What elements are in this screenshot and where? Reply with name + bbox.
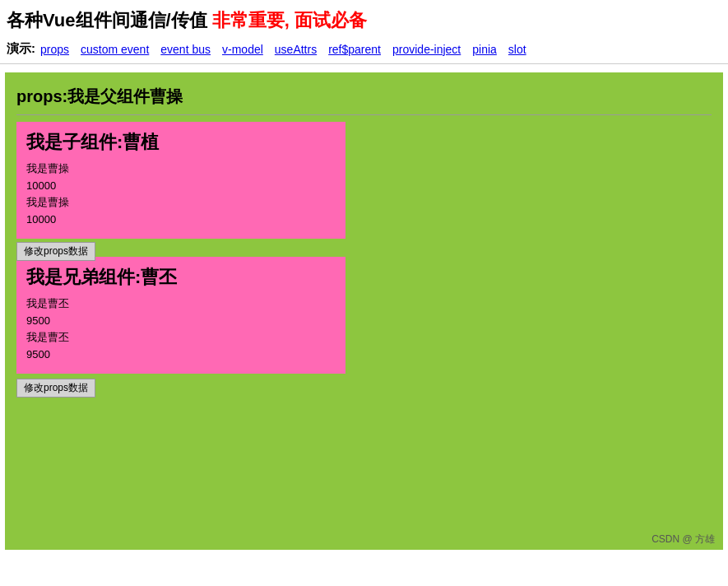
nav-link-useattrs[interactable]: useAttrs xyxy=(275,43,317,56)
nav-link-event-bus[interactable]: event bus xyxy=(160,43,211,56)
left-col: 我是子组件:曹植 我是曹操 10000 我是曹操 10000 修改props数据… xyxy=(16,122,345,399)
child1-component: 我是子组件:曹植 我是曹操 10000 我是曹操 10000 xyxy=(16,122,345,239)
nav-link-v-model[interactable]: v-model xyxy=(222,43,263,56)
child1-data2: 10000 xyxy=(26,179,336,192)
child2-data4: 9500 xyxy=(26,348,336,360)
nav-link-props[interactable]: props xyxy=(40,43,69,56)
main-content: props:我是父组件曹操 我是子组件:曹植 我是曹操 10000 我是曹操 1… xyxy=(5,72,723,550)
child2-data1: 我是曹丕 xyxy=(26,296,336,311)
nav-link-provide-inject[interactable]: provide-inject xyxy=(392,43,461,56)
nav-label: 演示: xyxy=(7,41,35,57)
child2-modify-btn[interactable]: 修改props数据 xyxy=(16,379,95,398)
right-col xyxy=(345,122,712,399)
nav-link-pinia[interactable]: pinia xyxy=(472,43,497,56)
parent-title: props:我是父组件曹操 xyxy=(16,86,712,108)
child1-title: 我是子组件:曹植 xyxy=(26,130,336,155)
section-divider xyxy=(16,114,712,115)
footer: CSDN @ 方雄 xyxy=(651,533,715,546)
title-highlight: 非常重要, 面试必备 xyxy=(212,10,367,30)
child1-data3: 我是曹操 xyxy=(26,195,336,210)
nav-link-slot[interactable]: slot xyxy=(508,43,526,56)
child2-component: 我是兄弟组件:曹丕 我是曹丕 9500 我是曹丕 9500 xyxy=(16,257,345,374)
nav-link-custom-event[interactable]: custom event xyxy=(81,43,149,56)
nav-bar: 演示: props custom event event bus v-model… xyxy=(0,38,728,64)
child1-modify-btn[interactable]: 修改props数据 xyxy=(16,242,95,261)
child2-title: 我是兄弟组件:曹丕 xyxy=(26,265,336,290)
parent-section: props:我是父组件曹操 我是子组件:曹植 我是曹操 10000 我是曹操 1… xyxy=(13,81,715,407)
header-title: 各种Vue组件间通信/传值 非常重要, 面试必备 xyxy=(0,0,728,38)
child2-data3: 我是曹丕 xyxy=(26,330,336,345)
child1-data1: 我是曹操 xyxy=(26,161,336,176)
children-area: 我是子组件:曹植 我是曹操 10000 我是曹操 10000 修改props数据… xyxy=(16,122,712,399)
child2-data2: 9500 xyxy=(26,314,336,327)
title-static: 各种Vue组件间通信/传值 xyxy=(7,10,207,30)
child1-data4: 10000 xyxy=(26,213,336,226)
nav-link-ref-parent[interactable]: ref$parent xyxy=(328,43,381,56)
